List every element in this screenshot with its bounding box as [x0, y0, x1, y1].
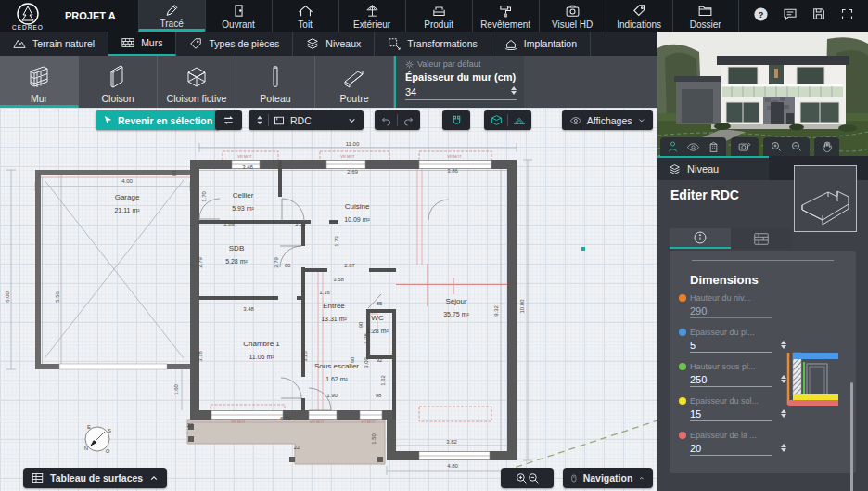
dim-label: 1.89: [223, 221, 235, 226]
zoom-in-icon[interactable]: [771, 141, 782, 152]
zoom-out-icon[interactable]: [528, 472, 540, 485]
building-icon[interactable]: [708, 141, 719, 152]
dim-label: 3.00: [364, 357, 369, 368]
garage-walls: [35, 170, 190, 369]
plan-canvas[interactable]: Garage21.11 m²Cellier5.93 m²Cuisine10.09…: [0, 108, 657, 491]
epaisseur-sol-input[interactable]: 15: [690, 408, 772, 421]
tab-dossier[interactable]: Dossier: [672, 0, 739, 32]
tab-texture[interactable]: [731, 228, 792, 249]
chat-icon[interactable]: [783, 6, 798, 25]
dim-label: 3.86: [447, 168, 458, 174]
dim-label: 1.16: [319, 290, 330, 295]
layers-icon: [669, 163, 681, 175]
cedreo-logo[interactable]: CEDREO: [0, 0, 52, 32]
tab-trace[interactable]: Tracé: [138, 0, 205, 32]
terrace: [187, 420, 385, 464]
back-to-selection-button[interactable]: Revenir en sélection: [96, 110, 220, 130]
panel-scrollbar[interactable]: [850, 382, 853, 491]
3d-preview[interactable]: [657, 32, 868, 156]
property-line: [505, 420, 657, 471]
tab-produit[interactable]: Produit: [405, 0, 472, 32]
ribbon-murs[interactable]: Murs: [108, 32, 176, 56]
undo-icon[interactable]: [380, 115, 392, 126]
eye-icon[interactable]: [687, 142, 699, 152]
ribbon-implantation[interactable]: Implantation: [491, 32, 591, 56]
plan-label: VR MOT: [237, 154, 252, 159]
dim-label: 6.00: [5, 291, 10, 303]
project-name[interactable]: PROJET A: [52, 0, 138, 32]
tool-cloison-fictive[interactable]: Cloison fictive: [158, 56, 236, 108]
surface-table-button[interactable]: Tableau de surfaces: [23, 468, 167, 488]
help-icon[interactable]: ?: [753, 6, 769, 26]
chevron-up-icon: [149, 474, 159, 483]
plan-label: 21.11 m²: [114, 207, 140, 213]
tool-cloison[interactable]: Cloison: [79, 56, 158, 108]
navigation-dropdown[interactable]: Navigation: [563, 468, 653, 488]
panel-title: Editer RDC: [670, 187, 739, 202]
hand-icon[interactable]: [822, 141, 832, 152]
hauteur-niveau-input[interactable]: 290: [690, 305, 772, 318]
zoom-in-icon[interactable]: [516, 472, 528, 485]
plan-label: Entrée: [323, 302, 345, 310]
camera-sync-icon[interactable]: [738, 141, 751, 152]
ribbon-niveaux[interactable]: Niveaux: [293, 32, 375, 56]
dim-label: 60: [285, 263, 291, 268]
dim-label: 1.62: [380, 375, 386, 386]
dim-label: 2.79: [274, 257, 279, 268]
person-icon[interactable]: [668, 141, 678, 152]
blue-dot: [679, 329, 686, 336]
field-epaisseur-dalle: Epaisseur de la ... 20: [690, 431, 856, 459]
zoom-out-icon[interactable]: [791, 141, 802, 152]
dim-label: 90: [358, 321, 364, 328]
dim-label: 92: [377, 357, 383, 363]
dim-label: 3.48: [242, 164, 253, 170]
default-caption: Valeur par défaut: [417, 59, 480, 69]
dim-label: 98: [376, 393, 382, 398]
field-hauteur-niveau: Hauteur du niv... 290: [690, 293, 856, 321]
tool-poutre[interactable]: Poutre: [315, 56, 394, 108]
fullscreen-icon[interactable]: [840, 7, 854, 25]
tab-exterieur[interactable]: Extérieur: [338, 0, 405, 32]
tab-ouvrant[interactable]: Ouvrant: [205, 0, 272, 32]
tab-indications[interactable]: Indications: [606, 0, 672, 32]
wall-thickness-input[interactable]: 34: [405, 86, 517, 100]
chevron-down-icon: [638, 116, 645, 124]
swap-level-button[interactable]: [215, 110, 242, 130]
dim-label: 2.69: [347, 169, 358, 174]
preview-toolbar: [660, 137, 839, 156]
roof-icon[interactable]: [513, 115, 526, 126]
hauteur-sous-plafond-input[interactable]: 250: [690, 374, 772, 387]
redo-icon[interactable]: [402, 115, 415, 126]
magnet-button[interactable]: [442, 110, 470, 130]
preview-sync-tab: [731, 137, 759, 156]
epaisseur-dalle-input[interactable]: 20: [690, 443, 772, 456]
magnet-icon: [451, 114, 463, 126]
tab-revetement[interactable]: Revêtement: [472, 0, 539, 32]
ribbon-types-de-pieces[interactable]: Types de pièces: [176, 32, 293, 56]
dim-label: 5.56: [55, 291, 60, 303]
ribbon-transformations[interactable]: Transformations: [375, 32, 491, 56]
dim-label: 4.77: [391, 352, 397, 363]
level-thumbnail[interactable]: [794, 165, 857, 232]
level-selector[interactable]: RDC: [249, 110, 364, 130]
dim-label: 3.48: [243, 306, 254, 312]
dim-label: 9.32: [493, 305, 499, 317]
tab-visuel-hd[interactable]: Visuel HD: [539, 0, 606, 32]
epaisseur-plafond-input[interactable]: 5: [690, 340, 772, 353]
affichages-dropdown[interactable]: Affichages: [562, 110, 653, 130]
tool-poteau[interactable]: Poteau: [236, 56, 315, 108]
tab-niveau[interactable]: Niveau: [657, 156, 769, 180]
tab-info[interactable]: [670, 228, 731, 249]
orange-dot: [679, 294, 686, 302]
plan-label: 11.06 m²: [249, 354, 274, 360]
display-toggles: [484, 110, 531, 130]
plan-label: WC: [371, 314, 384, 322]
level-box-icon[interactable]: [491, 114, 503, 126]
preview-pan-tab: [814, 137, 839, 156]
tab-toit[interactable]: Toit: [272, 0, 338, 32]
svg-text:?: ?: [758, 9, 763, 19]
plan-label: Cuisine: [345, 202, 370, 211]
ribbon-terrain-naturel[interactable]: Terrain naturel: [0, 32, 108, 56]
tool-mur[interactable]: Mur: [0, 56, 79, 108]
save-icon[interactable]: [811, 6, 826, 25]
